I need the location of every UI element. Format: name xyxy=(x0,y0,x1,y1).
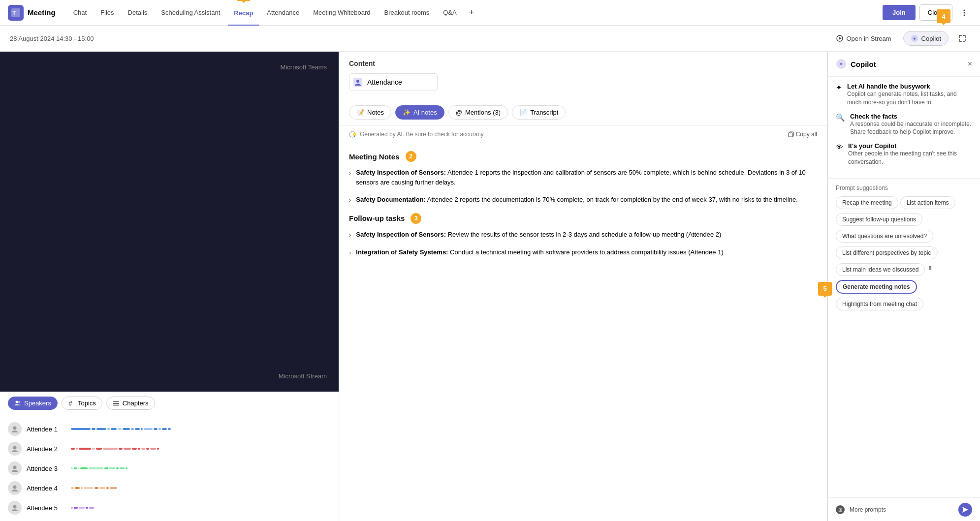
people-icon xyxy=(14,400,21,407)
svg-point-18 xyxy=(13,486,17,489)
tab-breakout[interactable]: Breakout rooms xyxy=(378,6,435,19)
svg-point-16 xyxy=(13,446,17,450)
feature-title: It's your Copilot xyxy=(848,142,972,150)
search-icon: 🔍 xyxy=(836,113,845,122)
attendance-label: Attendance xyxy=(367,78,402,86)
chapters-icon xyxy=(113,400,120,407)
tab-attendance[interactable]: Attendance xyxy=(261,6,305,19)
copilot-header: ✦ Copilot × xyxy=(828,52,980,77)
open-in-stream-button[interactable]: Open in Stream xyxy=(830,32,897,45)
tab-qa[interactable]: Q&A xyxy=(437,6,462,19)
feature-desc: Other people in the meeting can't see th… xyxy=(848,150,972,166)
suggestion-chip-questions[interactable]: What questions are unresolved? xyxy=(836,230,933,243)
tab-topics[interactable]: # Topics xyxy=(62,397,102,410)
attendee-row: Attendee 1 xyxy=(8,419,331,439)
svg-text:#: # xyxy=(68,400,72,407)
video-area: Microsoft Teams Microsoft Stream xyxy=(0,52,339,392)
svg-point-15 xyxy=(13,427,17,430)
expand-button[interactable] xyxy=(954,31,970,46)
tab-scheduling[interactable]: Scheduling Assistant xyxy=(155,6,226,19)
note-item: › Safety Documentation: Attendee 2 repor… xyxy=(349,195,817,205)
attendee-name: Attendee 2 xyxy=(27,445,66,453)
svg-text:✦: ✦ xyxy=(839,61,843,67)
feature-desc: A response could be inaccurate or incomp… xyxy=(850,120,972,137)
tab-mentions[interactable]: @ Mentions (3) xyxy=(448,105,508,120)
attendee-name: Attendee 5 xyxy=(27,504,66,512)
feature-title: Let AI handle the busywork xyxy=(847,83,972,90)
notes-tabs: 📝 Notes ✨ AI notes @ Mentions (3) 📄 Tran… xyxy=(339,99,827,126)
svg-point-17 xyxy=(13,466,17,469)
video-watermark-bottom: Microsoft Stream xyxy=(279,372,327,380)
copilot-panel: ✦ Copilot × ✦ Let AI handle the busywork… xyxy=(827,52,980,521)
attendee-row: Attendee 2 xyxy=(8,439,331,459)
svg-text:💡: 💡 xyxy=(352,132,356,137)
speech-bar xyxy=(71,505,331,511)
ai-icon: ✨ xyxy=(403,109,411,116)
content-header: Content Attendance xyxy=(339,52,827,99)
suggestion-chip-main-ideas[interactable]: List main ideas we discussed xyxy=(836,263,925,276)
topbar-actions: Join Close xyxy=(883,4,972,21)
copy-icon xyxy=(788,131,794,137)
svg-point-4 xyxy=(964,14,965,16)
note-item: › Safety Inspection of Sensors: Attendee… xyxy=(349,168,817,187)
meeting-time: 28 August 2024 14:30 - 15:00 xyxy=(10,35,824,42)
ai-note-disclaimer: 💡 Generated by AI. Be sure to check for … xyxy=(339,126,827,143)
suggestion-chip-generate[interactable]: Generate meeting notes xyxy=(836,280,917,294)
tab-ai-notes[interactable]: ✨ AI notes xyxy=(395,105,444,120)
speech-bar xyxy=(71,485,331,491)
copilot-icon: ✦ xyxy=(911,34,918,42)
suggestion-chip-action[interactable]: List action items xyxy=(900,196,955,209)
send-button[interactable] xyxy=(958,503,972,517)
tab-files[interactable]: Files xyxy=(95,6,120,19)
at-icon: @ xyxy=(456,109,462,116)
topbar: T Meeting Chat Files Details Scheduling … xyxy=(0,0,980,26)
tab-transcript[interactable]: 📄 Transcript xyxy=(512,105,566,120)
tab-details[interactable]: Details xyxy=(122,6,154,19)
center-panel: Content Attendance 📝 Notes ✨ AI notes @ … xyxy=(339,52,827,521)
tab-speakers[interactable]: Speakers xyxy=(8,397,58,410)
feature-facts: 🔍 Check the facts A response could be in… xyxy=(836,113,972,137)
avatar xyxy=(8,461,22,475)
copy-all-button[interactable]: Copy all xyxy=(788,131,817,138)
suggestion-chip-followup[interactable]: Suggest follow-up questions xyxy=(836,213,922,226)
avatar xyxy=(8,501,22,515)
more-prompts-button[interactable]: ⊞ More prompts xyxy=(836,505,954,514)
tab-recap[interactable]: Recap xyxy=(228,6,259,20)
badge-icon: ⊞ xyxy=(836,505,845,514)
copilot-close-button[interactable]: × xyxy=(968,60,972,68)
tab-chat[interactable]: Chat xyxy=(67,6,93,19)
svg-point-9 xyxy=(16,400,18,403)
arrow-icon: › xyxy=(349,230,351,240)
note-text: Safety Documentation: Attendee 2 reports… xyxy=(356,195,817,205)
attendee-name: Attendee 1 xyxy=(27,426,66,433)
speech-bar xyxy=(71,446,331,452)
copilot-footer: ⊞ More prompts xyxy=(828,497,980,521)
speech-bar xyxy=(71,465,331,471)
add-tab-button[interactable]: + xyxy=(465,6,478,20)
suggestion-chip-highlights[interactable]: Highlights from meeting chat xyxy=(836,298,923,310)
copilot-button[interactable]: ✦ Copilot xyxy=(903,31,948,46)
send-icon xyxy=(962,507,968,513)
arrow-icon: › xyxy=(349,248,351,258)
note-text: Safety Inspection of Sensors: Attendee 1… xyxy=(356,168,817,187)
suggestion-chip-recap[interactable]: Recap the meeting xyxy=(836,196,898,209)
join-button[interactable]: Join xyxy=(883,5,916,20)
notes-icon: 📝 xyxy=(356,109,364,116)
tab-whiteboard[interactable]: Meeting Whiteboard xyxy=(307,6,376,19)
attendee-row: Attendee 3 xyxy=(8,459,331,478)
attendance-item[interactable]: Attendance xyxy=(349,73,438,91)
more-options-button[interactable] xyxy=(956,5,972,21)
suggestion-chip-perspectives[interactable]: List different perspectives by topic xyxy=(836,246,938,259)
copilot-logo: ✦ xyxy=(836,59,847,69)
eye-icon: 👁 xyxy=(836,143,843,151)
copilot-features: ✦ Let AI handle the busywork Copilot can… xyxy=(828,77,980,179)
note-item: › Integration of Safety Systems: Conduct… xyxy=(349,247,817,258)
svg-point-2 xyxy=(964,9,965,11)
feature-desc: Copilot can generate notes, list tasks, … xyxy=(847,90,972,107)
tab-notes[interactable]: 📝 Notes xyxy=(349,105,391,120)
svg-point-3 xyxy=(964,12,965,13)
content-label: Content xyxy=(349,60,817,67)
tab-chapters[interactable]: Chapters xyxy=(106,397,155,410)
hashtag-icon: # xyxy=(68,400,75,407)
badge-count: 8 xyxy=(929,265,932,271)
